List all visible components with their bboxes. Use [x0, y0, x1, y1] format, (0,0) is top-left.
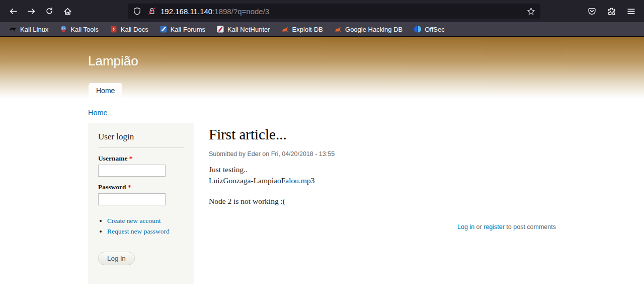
bookmark-star-icon[interactable]	[527, 7, 535, 16]
toolbar-right-icons	[580, 3, 639, 19]
bookmark-kali-tools[interactable]: Kali Tools	[56, 24, 101, 34]
bookmark-google-hacking-db[interactable]: Google Hacking DB	[331, 24, 406, 34]
exploit-db-bird-icon	[281, 25, 289, 33]
comment-register-link[interactable]: register	[484, 223, 505, 231]
forward-button[interactable]	[23, 3, 39, 19]
site-header: Lampião Home	[0, 37, 644, 98]
list-item: Create new account	[107, 215, 184, 226]
article-title: First article...	[209, 126, 556, 142]
log-in-button[interactable]: Log in	[98, 252, 135, 265]
password-input[interactable]	[98, 193, 166, 205]
article-body-paragraph: Just testing.. LuizGonzaga-LampiaoFalou.…	[209, 164, 556, 186]
url-bar[interactable]: 192.168.11.140:1898/?q=node/3	[128, 4, 540, 19]
web-page: Lampião Home Home User login Username * …	[0, 37, 644, 305]
required-marker: *	[129, 155, 133, 162]
breadcrumb: Home	[88, 109, 556, 117]
request-password-link[interactable]: Request new password	[107, 227, 170, 235]
offsec-icon	[414, 25, 422, 33]
bookmarks-bar: Kali Linux Kali Tools Kali Docs Kali For…	[0, 22, 644, 37]
extensions-button[interactable]	[603, 3, 619, 19]
list-item: Request new password	[107, 226, 184, 237]
back-button[interactable]	[5, 3, 21, 19]
tracking-protection-shield-icon[interactable]	[133, 7, 141, 16]
kali-docs-icon	[110, 25, 118, 33]
create-account-link[interactable]: Create new account	[107, 217, 160, 224]
bookmark-label: Google Hacking DB	[345, 26, 403, 33]
site-title[interactable]: Lampião	[88, 37, 556, 68]
menu-button[interactable]	[623, 3, 639, 19]
home-button[interactable]	[59, 3, 75, 19]
kali-forums-icon	[159, 25, 168, 33]
login-block-title: User login	[98, 132, 184, 148]
refresh-icon	[45, 7, 53, 15]
pocket-icon	[588, 7, 596, 16]
kali-dragon-icon	[9, 25, 17, 33]
url-text[interactable]: 192.168.11.140:1898/?q=node/3	[160, 7, 527, 16]
bookmark-kali-linux[interactable]: Kali Linux	[6, 24, 51, 34]
hamburger-menu-icon	[627, 7, 635, 16]
comment-links-line: Log in or register to post comments	[209, 223, 556, 231]
bookmark-label: Kali NetHunter	[227, 26, 270, 33]
browser-toolbar: 192.168.11.140:1898/?q=node/3	[0, 0, 644, 22]
password-form-item: Password *	[98, 183, 184, 205]
bookmark-label: Kali Linux	[20, 26, 48, 33]
url-path: :1898/?q=node/3	[212, 7, 269, 16]
bookmark-label: Kali Forums	[171, 26, 205, 33]
required-marker: *	[128, 183, 131, 191]
insecure-lock-icon[interactable]	[147, 7, 156, 16]
username-label: Username *	[98, 155, 184, 163]
article-submitted-line: Submitted by Eder on Fri, 04/20/2018 - 1…	[209, 150, 556, 158]
article-region: First article... Submitted by Eder on Fr…	[209, 123, 556, 284]
breadcrumb-home-link[interactable]: Home	[88, 109, 108, 117]
username-form-item: Username *	[98, 155, 184, 177]
url-host: 192.168.11.140	[160, 7, 212, 16]
bookmark-kali-docs[interactable]: Kali Docs	[107, 24, 151, 34]
bookmark-label: Kali Docs	[121, 26, 148, 33]
kali-tools-icon	[59, 25, 67, 33]
article-body-line: Just testing..	[209, 164, 556, 175]
tab-home[interactable]: Home	[89, 83, 122, 98]
forward-arrow-icon	[27, 7, 36, 16]
article-body-line: LuizGonzaga-LampiaoFalou.mp3	[209, 175, 556, 186]
article-body-line: Node 2 is not working :(	[209, 196, 556, 207]
puzzle-piece-icon	[607, 7, 616, 16]
password-label: Password *	[98, 183, 184, 191]
bookmark-kali-forums[interactable]: Kali Forums	[156, 24, 208, 34]
google-hacking-db-bird-icon	[334, 25, 342, 33]
kali-nethunter-icon	[216, 25, 224, 33]
bookmark-offsec[interactable]: OffSec	[411, 24, 448, 34]
username-input[interactable]	[98, 165, 166, 177]
bookmark-exploit-db[interactable]: Exploit-DB	[278, 24, 326, 34]
login-links-list: Create new account Request new password	[107, 215, 184, 237]
bookmark-label: Exploit-DB	[292, 26, 323, 33]
main-menu: Home	[89, 83, 122, 98]
bookmark-label: Kali Tools	[70, 26, 98, 33]
back-arrow-icon	[9, 7, 18, 16]
home-icon	[63, 7, 72, 16]
bookmark-label: OffSec	[425, 26, 445, 33]
article-body-paragraph: Node 2 is not working :(	[209, 196, 556, 207]
refresh-button[interactable]	[41, 3, 57, 19]
pocket-button[interactable]	[584, 3, 600, 19]
user-login-block: User login Username * Password * Create …	[88, 123, 194, 284]
bookmark-kali-nethunter[interactable]: Kali NetHunter	[213, 24, 273, 34]
comment-log-in-link[interactable]: Log in	[457, 223, 474, 231]
